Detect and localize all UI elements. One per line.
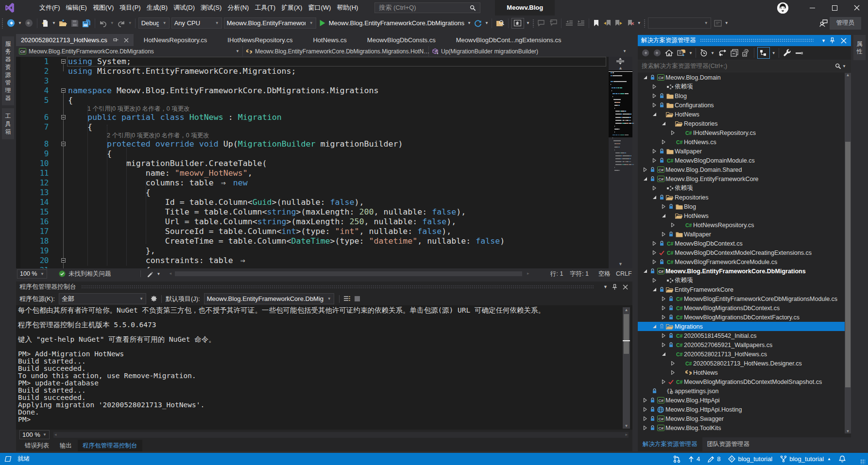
expander-collapsed-icon[interactable]: [641, 407, 649, 412]
code-line-6[interactable]: 6 public partial class HotNews : Migrati…: [16, 113, 609, 122]
tree-item-Meowv.Blog.ToolKits[interactable]: C#Meowv.Blog.ToolKits: [638, 423, 845, 432]
document-tab-6[interactable]: MeowvBlogDbCont...ngExtensions.cs: [446, 34, 572, 46]
startup-project-combo[interactable]: Meowv.Blog.EntityFrameworkC…▼: [224, 17, 316, 29]
expander-collapsed-icon[interactable]: [660, 297, 667, 301]
clear-console-icon[interactable]: [342, 293, 352, 305]
se-collapse-all-button[interactable]: [730, 47, 739, 59]
linked-editing-dropdown[interactable]: ▼: [724, 21, 730, 25]
tree-item-MeowvBlogDomainModule.cs[interactable]: C#MeowvBlogDomainModule.cs: [638, 156, 845, 165]
expander-expanded-icon[interactable]: [650, 287, 658, 292]
expander-collapsed-icon[interactable]: [650, 103, 658, 107]
menu-item-6[interactable]: 调试(D): [170, 0, 198, 16]
default-project-combo[interactable]: Meowv.Blog.EntityFrameworkCore.DbMigra▼: [204, 293, 334, 304]
maximize-button[interactable]: [823, 0, 846, 16]
breadcrumb-project-dropdown[interactable]: C# Meowv.Blog.EntityFrameworkCore.DbMigr…: [16, 46, 243, 56]
bookmarks-dropdown[interactable]: ▼: [636, 21, 642, 25]
document-health-indicator[interactable]: 未找到相关问题: [59, 270, 111, 278]
notifications-bell-icon[interactable]: [839, 455, 846, 463]
code-line-16[interactable]: 16 Url = table.Column<string>(maxLength:…: [16, 217, 609, 227]
send-feedback-icon[interactable]: [818, 17, 829, 29]
navigate-forward-button[interactable]: [24, 17, 34, 29]
undo-button[interactable]: [98, 17, 108, 29]
fold-marker[interactable]: [61, 142, 66, 146]
tree-item-MeowvBlogFrameworkCoreModule.cs[interactable]: C#MeowvBlogFrameworkCoreModule.cs: [638, 257, 845, 266]
expander-collapsed-icon[interactable]: [660, 315, 667, 319]
menu-item-11[interactable]: 窗口(W): [305, 0, 334, 16]
panel-pin-icon[interactable]: [612, 284, 617, 290]
console-output[interactable]: 每个包都由其所有者许可给你。NuGet 不负责第三方包，也不授予其许可证。一些包…: [16, 305, 632, 430]
code-line-15[interactable]: 15 Title = table.Column<string>(maxLengt…: [16, 207, 609, 217]
document-tab-5[interactable]: MeowvBlogDbConsts.cs: [357, 34, 446, 46]
code-line-7[interactable]: 7 {: [16, 122, 609, 132]
se-switch-views-dropdown[interactable]: ▼: [688, 51, 694, 55]
hot-reload-dropdown[interactable]: ▼: [484, 21, 490, 25]
tree-item-Blog[interactable]: Blog: [638, 91, 845, 100]
expander-collapsed-icon[interactable]: [660, 306, 667, 310]
expander-collapsed-icon[interactable]: [650, 149, 658, 153]
next-bookmark-button[interactable]: [614, 17, 624, 29]
expander-collapsed-icon[interactable]: [650, 158, 658, 163]
package-source-combo[interactable]: 全部▼: [59, 293, 146, 304]
expander-collapsed-icon[interactable]: [660, 343, 667, 347]
code-line-3[interactable]: 3: [16, 76, 609, 86]
navigate-backward-button[interactable]: [6, 17, 16, 29]
code-line-10[interactable]: 10 migrationBuilder.CreateTable(: [16, 159, 609, 168]
tree-item-MeowvBlogMigrationsDbContextModelSnapshot.cs[interactable]: C#MeowvBlogMigrationsDbContextModelSnaps…: [638, 377, 845, 386]
se-show-all-files-button[interactable]: [741, 47, 751, 59]
increase-indent-button[interactable]: [576, 17, 586, 29]
editor-split-handle[interactable]: [615, 58, 625, 65]
code-line-8[interactable]: 8 protected override void Up(MigrationBu…: [16, 139, 609, 149]
tree-item-Meowv.Blog.HttpApi.Hosting[interactable]: Meowv.Blog.HttpApi.Hosting: [638, 405, 845, 414]
expander-collapsed-icon[interactable]: [660, 232, 667, 236]
new-file-button[interactable]: [40, 17, 50, 29]
breadcrumb-member-dropdown[interactable]: Up(MigrationBuilder migrationBuilder)▼: [429, 46, 632, 56]
bottom-panel-tab-2[interactable]: 输出: [55, 440, 77, 451]
tree-item-Meowv.Blog.HttpApi[interactable]: C#Meowv.Blog.HttpApi: [638, 396, 845, 405]
solution-explorer-search-box[interactable]: 搜索解决方案资源管理器(Ctrl+;) ▼: [638, 60, 851, 72]
expander-collapsed-icon[interactable]: [650, 250, 658, 255]
code-line-11[interactable]: 11 name: "meowv_HotNews",: [16, 168, 609, 178]
console-vertical-scrollbar[interactable]: ▲ ▼: [623, 307, 630, 429]
solution-explorer-pin-icon[interactable]: [830, 37, 835, 44]
se-refresh-button[interactable]: [717, 47, 728, 59]
tree-item-Meowv.Blog.Swagger[interactable]: C#Meowv.Blog.Swagger: [638, 414, 845, 423]
expander-collapsed-icon[interactable]: [650, 241, 658, 246]
expander-collapsed-icon[interactable]: [650, 278, 658, 282]
tree-item-Meowv.Blog.EntityFrameworkCore[interactable]: C#Meowv.Blog.EntityFrameworkCore: [638, 174, 845, 183]
expander-collapsed-icon[interactable]: [641, 416, 649, 421]
linked-editing-button[interactable]: [713, 17, 723, 29]
panel-close-icon[interactable]: [623, 284, 628, 290]
fold-marker[interactable]: [61, 258, 66, 263]
se-search-dropdown[interactable]: ▼: [841, 64, 847, 68]
find-in-files-button[interactable]: [495, 17, 505, 29]
codelens-indicator[interactable]: 1 个引用|0 项更改|0 名作者，0 项更改: [87, 105, 190, 113]
codelens-indicator[interactable]: 2 个引用|0 项更改|0 名作者，0 项更改: [107, 132, 209, 139]
git-branch[interactable]: blog_tutorial ▲: [780, 455, 831, 463]
tree-item-Wallpaper[interactable]: Wallpaper: [638, 147, 845, 156]
tree-item-Blog[interactable]: Blog: [638, 202, 845, 211]
document-tab-3[interactable]: IHotNewsRepository.cs: [217, 34, 303, 46]
bottom-panel-tab-1[interactable]: 错误列表: [20, 440, 54, 451]
git-repository[interactable]: blog_tutorial: [728, 455, 772, 463]
document-tab-4[interactable]: HotNews.cs: [303, 34, 357, 46]
solution-explorer-title-bar[interactable]: 解决方案资源管理器 ▼: [638, 35, 851, 46]
tree-item-MeowvBlogMigrationsDbContext.cs[interactable]: C#MeowvBlogMigrationsDbContext.cs: [638, 303, 845, 313]
expander-collapsed-icon[interactable]: [669, 131, 677, 135]
tree-item-HotNewsRepository.cs[interactable]: C#HotNewsRepository.cs: [638, 220, 845, 230]
expander-collapsed-icon[interactable]: [641, 167, 649, 172]
toolbar-extra-combo[interactable]: ▼: [648, 17, 711, 29]
panel-title-bar[interactable]: 程序包管理器控制台 ▼: [16, 282, 632, 292]
code-editor[interactable]: 1using System;2using Microsoft.EntityFra…: [16, 57, 609, 268]
fold-marker[interactable]: [61, 88, 66, 93]
menu-item-3[interactable]: 视图(V): [90, 0, 117, 16]
expander-expanded-icon[interactable]: [660, 214, 667, 218]
menu-item-2[interactable]: 编辑(E): [63, 0, 90, 16]
bottom-panel-tab-3[interactable]: 程序包管理器控制台: [78, 440, 142, 451]
expander-collapsed-icon[interactable]: [650, 260, 658, 264]
expander-collapsed-icon[interactable]: [641, 426, 649, 430]
se-preview-selected-button[interactable]: [794, 47, 804, 59]
package-source-settings-gear-icon[interactable]: [150, 295, 157, 302]
background-tasks-icon[interactable]: [4, 456, 12, 462]
tree-item-Meowv.Blog.EntityFrameworkCore.DbMigrations[interactable]: C#Meowv.Blog.EntityFrameworkCore.DbMigra…: [638, 266, 845, 276]
code-line-12[interactable]: 12 columns: table ⇒ new: [16, 178, 609, 188]
